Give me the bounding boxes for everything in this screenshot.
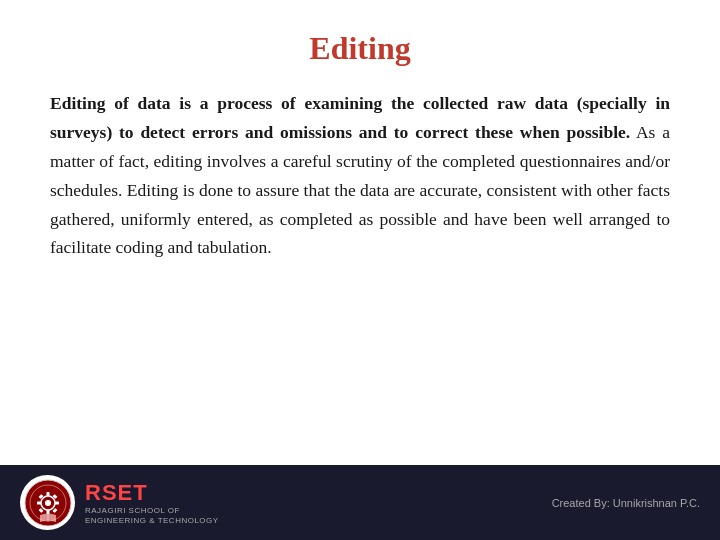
logo-label-area: RSET RAJAGIRI SCHOOL OF ENGINEERING & TE…	[85, 480, 219, 525]
slide-title: Editing	[50, 30, 670, 67]
logo-sub-text-2: ENGINEERING & TECHNOLOGY	[85, 516, 219, 526]
content-regular: As a matter of fact, editing involves a …	[50, 122, 670, 258]
slide-container: Editing Editing of data is a process of …	[0, 0, 720, 540]
logo-main-text: RSET	[85, 480, 219, 506]
footer-credit-text: Created By: Unnikrishnan P.C.	[552, 497, 700, 509]
logo-circle	[20, 475, 75, 530]
slide-content: Editing of data is a process of examinin…	[50, 89, 670, 262]
svg-rect-7	[55, 501, 59, 504]
content-bold: Editing of data is a process of examinin…	[50, 93, 670, 142]
svg-rect-4	[46, 492, 49, 496]
footer-bar: RSET RAJAGIRI SCHOOL OF ENGINEERING & TE…	[0, 465, 720, 540]
footer-logo-area: RSET RAJAGIRI SCHOOL OF ENGINEERING & TE…	[20, 475, 219, 530]
svg-point-3	[45, 500, 51, 506]
logo-sub-text-1: RAJAGIRI SCHOOL OF	[85, 506, 219, 516]
svg-rect-6	[37, 501, 41, 504]
rset-logo-icon	[24, 479, 72, 527]
